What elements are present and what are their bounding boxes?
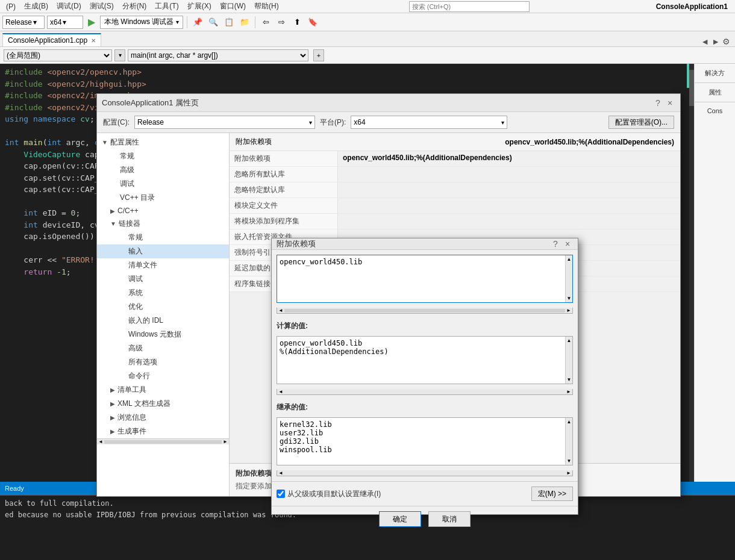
edit-vscrollbar[interactable]: ▲ ▼ [565,255,572,302]
tree-item[interactable]: 常规 [97,149,229,163]
tree-item-label: C/C++ [117,207,139,215]
tree-item[interactable]: Windows 元数据 [97,328,229,341]
inherit-area: kernel32.lib user32.lib gdi32.lib winspo… [277,418,572,456]
tree-arrow-icon: ▶ [110,428,115,435]
inherit-checkbox-row: 从父级或项目默认设置继承(I) [277,489,381,499]
manager-btn[interactable]: 配置管理器(O)... [608,116,674,129]
props-title-bar: ConsoleApplication1 属性页 ? × [97,94,680,112]
tree-item[interactable]: ▶清单工具 [97,383,229,397]
config-value-dropdown[interactable]: Release ▾ [134,116,315,129]
tree-arrow-icon: ▼ [102,139,108,146]
dialog-overlay: ConsoleApplication1 属性页 ? × 配置(C): Relea… [0,0,735,560]
inherit-hscrollbar[interactable]: ◄ ► [277,470,573,476]
props-row-name: 忽略所有默认库 [230,167,338,182]
tree-item[interactable]: 系统 [97,286,229,300]
props-row[interactable]: 模块定义文件 [230,198,680,214]
config-arrow-icon: ▾ [309,119,312,126]
calc-vscrollbar[interactable]: ▲ ▼ [565,337,572,384]
inherit-checkbox[interactable] [277,490,285,498]
calc-area: opencv_world450.lib %(AdditionalDependen… [277,337,572,358]
props-right-header: 附加依赖项 [236,137,272,147]
inherit-vscrollbar[interactable]: ▲ ▼ [565,418,572,465]
tree-item[interactable]: 常规 [97,231,229,244]
tree-item-label: VC++ 目录 [120,193,155,203]
props-config-bar: 配置(C): Release ▾ 平台(P): x64 ▾ 配置管理器(O)..… [97,112,680,133]
props-row-value: opencv_world450.lib;%(AdditionalDependen… [338,151,680,166]
cancel-btn[interactable]: 取消 [428,511,471,527]
config-value-text: Release [137,118,164,126]
props-close-btn[interactable]: × [665,98,675,108]
edit-area-container: opencv_world450.lib ▲ ▼ [277,255,573,303]
tree-item[interactable]: 清单文件 [97,258,229,272]
calc-hscrollbar[interactable]: ◄ ► [277,389,573,395]
tree-item[interactable]: 命令行 [97,369,229,383]
calc-line-2: %(AdditionalDependencies) [280,347,570,356]
tree-item[interactable]: 调试 [97,272,229,286]
tree-item-label: 调试 [120,179,134,189]
tree-item-label: 优化 [128,302,143,312]
props-row-name: 附加依赖项 [230,151,338,166]
tree-item-label: 高级 [128,343,143,353]
inherit-line-1: kernel32.lib [280,420,570,429]
tree-item[interactable]: 所有选项 [97,355,229,369]
tree-item-label: 清单文件 [128,260,157,270]
inner-title-text: 附加依赖项 [277,238,316,249]
props-row[interactable]: 忽略特定默认库 [230,182,680,198]
tree-panel: ▼配置属性常规高级调试VC++ 目录▶C/C++▼链接器常规输入清单文件调试系统… [97,133,230,496]
platform-value-dropdown[interactable]: x64 ▾ [351,116,507,129]
tree-item-label: 高级 [120,165,134,175]
props-row[interactable]: 将模块添加到程序集 [230,214,680,229]
tree-item-label: 嵌入的 IDL [128,316,163,326]
tree-item-label: 所有选项 [128,357,157,367]
tree-item-label: 常规 [128,232,143,243]
tree-item[interactable]: VC++ 目录 [97,191,229,205]
inner-bottom: 从父级或项目默认设置继承(I) 宏(M) >> [272,481,578,506]
tree-item[interactable]: 嵌入的 IDL [97,314,229,328]
dialog-buttons: 确定 取消 [272,506,578,532]
props-help-btn[interactable]: ? [652,98,663,108]
platform-arrow-icon: ▾ [501,119,504,126]
props-row-value [338,182,680,198]
props-row-value [338,198,680,213]
inherit-line-2: user32.lib [280,429,570,437]
props-row[interactable]: 忽略所有默认库 [230,167,680,182]
tree-item-label: 配置属性 [110,137,139,148]
tree-arrow-icon: ▶ [110,400,115,407]
inner-close-btn[interactable]: × [562,238,573,249]
calc-area-container: opencv_world450.lib %(AdditionalDependen… [277,336,573,384]
tree-item[interactable]: 高级 [97,341,229,355]
tree-item-label: Windows 元数据 [128,329,181,340]
tree-hscrollbar[interactable]: ◄ ► [97,438,229,444]
tree-arrow-icon: ▶ [110,414,115,421]
ok-btn[interactable]: 确定 [379,511,421,527]
tree-item[interactable]: 高级 [97,163,229,177]
tree-item[interactable]: ▶浏览信息 [97,411,229,425]
calc-line-1: opencv_world450.lib [280,339,570,347]
tree-item-label: 命令行 [128,371,150,381]
edit-textarea[interactable]: opencv_world450.lib [277,255,565,302]
tree-item[interactable]: ▶C/C++ [97,205,229,217]
props-row-name: 模块定义文件 [230,198,338,213]
edit-hscrollbar[interactable]: ◄ ► [277,308,573,314]
tree-item[interactable]: ▼配置属性 [97,135,229,149]
tree-item[interactable]: ▼链接器 [97,217,229,231]
platform-label: 平台(P): [320,117,346,128]
calc-label: 计算的值: [277,321,573,331]
props-row-name: 忽略特定默认库 [230,182,338,198]
tree-item[interactable]: ▶XML 文档生成器 [97,397,229,411]
tree-item-label: 生成事件 [117,426,146,437]
macro-btn[interactable]: 宏(M) >> [531,487,573,501]
inner-help-btn[interactable]: ? [550,238,561,249]
tree-item[interactable]: 调试 [97,177,229,191]
tree-arrow-icon: ▶ [110,208,115,214]
tree-item-label: 调试 [128,274,143,284]
tree-item-label: 常规 [120,151,134,161]
tree-item[interactable]: ▶生成事件 [97,425,229,438]
tree-item-label: 链接器 [119,219,140,229]
inherit-line-3: gdi32.lib [280,437,570,446]
config-label: 配置(C): [103,117,130,128]
tree-item[interactable]: 优化 [97,300,229,314]
tree-item-label: 输入 [128,246,143,257]
props-row[interactable]: 附加依赖项opencv_world450.lib;%(AdditionalDep… [230,151,680,167]
tree-item[interactable]: 输入 [97,244,229,258]
